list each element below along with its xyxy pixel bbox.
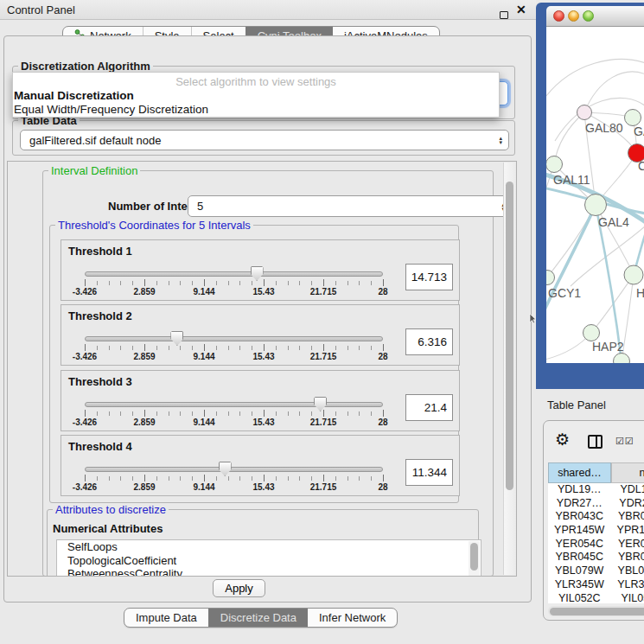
node-gal11 xyxy=(546,156,563,173)
threshold-slider-track[interactable] xyxy=(85,336,383,341)
threshold-value-field[interactable]: 6.316 xyxy=(405,328,453,355)
combobox-value: galFiltered.sif default node xyxy=(21,134,499,147)
node-gcy1 xyxy=(546,271,555,285)
network-window-titlebar[interactable] xyxy=(546,6,644,27)
threshold-1-panel: Threshold 1 -3.426 2.859 9.144 15.43 21.… xyxy=(61,239,460,301)
threshold-label: Threshold 3 xyxy=(68,375,132,388)
svg-text:GAL11: GAL11 xyxy=(553,173,590,187)
table-row[interactable]: YDL19…YDL19… xyxy=(548,483,644,497)
panel-title: Control Panel xyxy=(7,3,75,16)
threshold-label: Threshold 2 xyxy=(68,309,132,322)
cyni-bottom-tabs: Impute Data Discretize Data Infer Networ… xyxy=(124,608,398,628)
threshold-slider-handle[interactable] xyxy=(219,462,232,476)
numerical-attributes-label: Numerical Attributes xyxy=(53,522,163,535)
table-panel-card: ⚙ ☑☑ shared… n YDL19…YDL19… YDR27…YDR27…… xyxy=(543,420,644,621)
list-item[interactable]: TopologicalCoefficient xyxy=(57,554,481,568)
stepper-arrows-icon: ▴▾ xyxy=(499,136,502,144)
settings-scroll-viewport: Interval Definition Number of Intervals … xyxy=(7,161,517,577)
node-gal4 xyxy=(585,194,607,216)
dropdown-option-equal-width[interactable]: Equal Width/Frequency Discretization xyxy=(14,103,208,116)
table-row[interactable]: YER054CYER054C xyxy=(548,538,644,552)
slider-minor-ticks xyxy=(85,281,384,285)
threshold-value-field[interactable]: 21.4 xyxy=(405,394,453,421)
table-row[interactable]: YBR045CYBR045C xyxy=(548,551,644,564)
group-label: Discretization Algorithm xyxy=(18,60,153,73)
svg-text:GAL4: GAL4 xyxy=(598,215,629,229)
algorithm-dropdown-popup: Select algorithm to view settings Manual… xyxy=(12,72,500,118)
table-row[interactable]: YIL052CYIL052C xyxy=(548,592,644,604)
column-header-name[interactable]: n xyxy=(611,462,644,483)
dropdown-hint: Select algorithm to view settings xyxy=(13,75,499,88)
table-data-combobox[interactable]: galFiltered.sif default node ▴▾ xyxy=(20,130,509,150)
list-item[interactable]: SelfLoops xyxy=(57,540,481,554)
tab-label: Infer Network xyxy=(319,611,386,624)
svg-text:C: C xyxy=(638,159,644,173)
threshold-value-field[interactable]: 14.713 xyxy=(405,264,453,290)
dropdown-option-manual[interactable]: Manual Discretization xyxy=(14,89,134,102)
columns-icon[interactable] xyxy=(588,435,603,449)
table-row[interactable]: YLR345WYLR345W xyxy=(548,578,644,592)
threshold-value-field[interactable]: 11.344 xyxy=(405,459,453,486)
group-label: Attributes to discretize xyxy=(53,503,169,516)
node-gal80 xyxy=(577,105,592,120)
table-horizontal-scrollbar[interactable] xyxy=(548,606,644,616)
slider-minor-ticks xyxy=(85,411,384,416)
control-panel-titlebar: Control Panel ✕ xyxy=(0,0,536,20)
node-ga xyxy=(625,110,641,126)
threshold-4-panel: Threshold 4 -3.426 2.859 9.144 15.43 21.… xyxy=(61,435,460,496)
table-row[interactable]: YBR043CYBR043C xyxy=(548,510,644,524)
threshold-2-panel: Threshold 2 -3.426 2.859 9.144 15.43 21.… xyxy=(61,304,460,366)
apply-button[interactable]: Apply xyxy=(213,579,265,597)
network-canvas[interactable]: GAL80 GA C GAL11 GAL4 GCY1 H HAP2 xyxy=(546,27,644,363)
list-item[interactable]: BetweennessCentrality xyxy=(57,567,481,577)
table-row[interactable]: YBL079WYBL079W xyxy=(548,564,644,578)
number-of-intervals-combobox[interactable]: 5 ▴▾ xyxy=(188,195,512,217)
group-label: Threshold's Coordinates for 5 Intervals xyxy=(55,219,253,232)
threshold-3-panel: Threshold 3 -3.426 2.859 9.144 15.43 21.… xyxy=(61,370,460,431)
svg-text:GAL80: GAL80 xyxy=(585,121,623,135)
threshold-slider-handle[interactable] xyxy=(314,397,327,411)
threshold-slider-track[interactable] xyxy=(85,467,383,472)
svg-text:H: H xyxy=(636,286,644,300)
attributes-group: Attributes to discretize Numerical Attri… xyxy=(47,509,479,577)
close-icon[interactable]: ✕ xyxy=(516,3,526,16)
tab-impute-data[interactable]: Impute Data xyxy=(124,609,208,627)
slider-minor-ticks xyxy=(85,476,384,481)
tab-label: Impute Data xyxy=(136,611,197,624)
tab-discretize-data[interactable]: Discretize Data xyxy=(208,609,308,627)
svg-text:GA: GA xyxy=(634,124,644,138)
node-hap2 xyxy=(583,325,600,341)
checkboxes-icon[interactable]: ☑☑ xyxy=(615,436,634,447)
threshold-label: Threshold 1 xyxy=(68,245,132,258)
tab-label: Discretize Data xyxy=(220,611,296,624)
table-panel-title: Table Panel xyxy=(547,399,606,411)
tab-infer-network[interactable]: Infer Network xyxy=(308,609,397,627)
threshold-slider-handle[interactable] xyxy=(251,266,264,281)
threshold-slider-handle[interactable] xyxy=(170,331,183,346)
close-traffic-light-icon[interactable] xyxy=(553,10,564,22)
threshold-label: Threshold 4 xyxy=(68,440,132,453)
list-scrollbar[interactable] xyxy=(469,541,480,577)
thresholds-group: Threshold's Coordinates for 5 Intervals … xyxy=(49,225,459,503)
numerical-attributes-list: SelfLoops TopologicalCoefficient Between… xyxy=(56,539,481,577)
gear-icon[interactable]: ⚙ xyxy=(555,430,570,449)
table-row[interactable]: YDR27…YDR27… xyxy=(548,497,644,511)
threshold-slider-track[interactable] xyxy=(85,271,383,277)
node-bottom xyxy=(614,354,630,364)
table-rows: YDL19…YDL19… YDR27…YDR27… YBR043CYBR043C… xyxy=(548,483,644,603)
float-window-icon[interactable] xyxy=(500,11,508,19)
threshold-slider-track[interactable] xyxy=(85,402,383,407)
group-label: Interval Definition xyxy=(48,164,140,177)
zoom-traffic-light-icon[interactable] xyxy=(583,10,594,22)
interval-definition-group: Interval Definition Number of Intervals … xyxy=(42,170,494,577)
table-data-group: Table Data galFiltered.sif default node … xyxy=(12,120,515,156)
column-header-shared-name[interactable]: shared… xyxy=(548,462,611,483)
settings-vertical-scrollbar[interactable] xyxy=(503,163,515,575)
svg-text:HAP2: HAP2 xyxy=(592,340,624,354)
minimize-traffic-light-icon[interactable] xyxy=(568,10,579,22)
slider-minor-ticks xyxy=(85,346,384,350)
node-h xyxy=(624,265,643,284)
table-row[interactable]: YPR145WYPR145W xyxy=(548,524,644,538)
combobox-value: 5 xyxy=(188,200,501,213)
svg-text:GCY1: GCY1 xyxy=(548,286,581,300)
